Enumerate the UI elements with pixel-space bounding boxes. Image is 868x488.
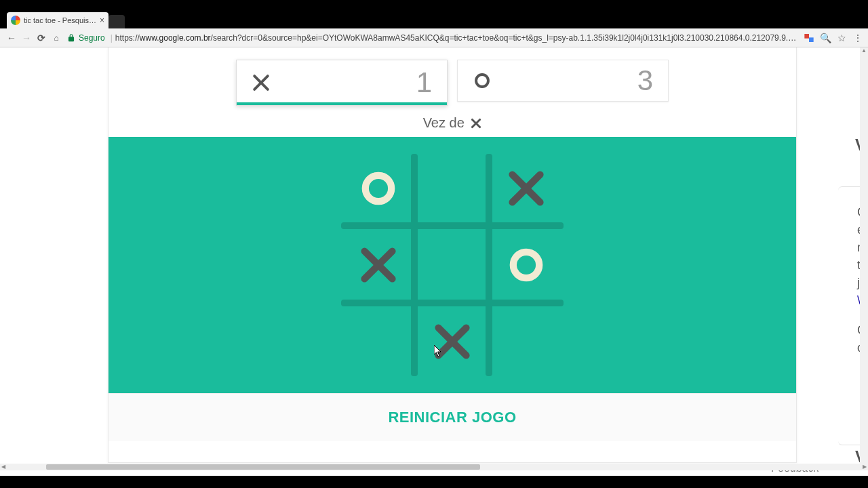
vertical-scrollbar[interactable]: ▲ ▼ — [860, 47, 868, 469]
window-bottom-bar — [0, 476, 868, 488]
cell-1-2[interactable] — [490, 226, 564, 303]
bookmark-star-icon[interactable]: ☆ — [835, 32, 848, 44]
cell-0-2[interactable] — [490, 150, 564, 226]
divider: | — [111, 33, 113, 43]
translate-icon[interactable] — [803, 32, 815, 44]
cell-0-0[interactable] — [341, 150, 415, 226]
svg-point-7 — [365, 175, 391, 201]
url-path: /search?dcr=0&source=hp&ei=OYtOWoKWA8amw… — [211, 33, 799, 43]
back-button[interactable]: ← — [4, 30, 19, 45]
scroll-up-icon[interactable]: ▲ — [860, 47, 868, 54]
cell-1-0[interactable] — [341, 226, 415, 303]
score-o-value: 3 — [637, 64, 653, 97]
turn-mark-icon — [471, 118, 481, 129]
window-top-bar: ▴ — [0, 0, 868, 12]
score-row: 1 3 — [108, 47, 796, 115]
x-mark-icon — [252, 73, 271, 92]
browser-tab-inactive[interactable] — [108, 15, 125, 28]
reload-button[interactable]: ⟳ — [34, 30, 49, 45]
tic-tac-toe-card: 1 3 Vez de — [108, 47, 797, 463]
horizontal-scrollbar[interactable]: ◀ ▶ — [0, 464, 868, 470]
google-favicon-icon — [11, 16, 20, 25]
restart-button[interactable]: REINICIAR JOGO — [388, 409, 516, 426]
score-box-x[interactable]: 1 — [236, 60, 448, 106]
scroll-left-icon[interactable]: ◀ — [0, 464, 7, 470]
lock-icon — [66, 33, 76, 43]
forward-button[interactable]: → — [19, 30, 34, 45]
svg-point-4 — [476, 75, 488, 87]
cell-2-1[interactable] — [415, 304, 489, 380]
svg-rect-0 — [804, 34, 809, 39]
cell-2-2[interactable] — [490, 304, 564, 380]
secure-label: Seguro — [79, 33, 105, 43]
restart-row: REINICIAR JOGO — [108, 393, 796, 441]
o-mark-icon — [473, 71, 492, 90]
cell-0-1[interactable] — [415, 150, 489, 226]
turn-indicator: Vez de — [108, 115, 796, 137]
game-grid — [341, 150, 564, 380]
turn-label: Vez de — [423, 115, 465, 130]
url-domain: www.google.com.br — [140, 33, 211, 43]
zoom-icon[interactable]: 🔍 — [819, 32, 831, 44]
svg-point-12 — [513, 252, 539, 278]
page-viewport: V Certj\ Cc V 1 3 Vez de — [0, 47, 868, 476]
tab-close-icon[interactable]: × — [100, 16, 104, 24]
svg-rect-1 — [809, 37, 814, 42]
browser-tab-strip: tic tac toe - Pesquisa Go × — [0, 12, 868, 28]
cell-1-1[interactable] — [415, 226, 489, 303]
score-box-o[interactable]: 3 — [457, 60, 669, 102]
cell-2-0[interactable] — [341, 304, 415, 380]
score-x-value: 1 — [416, 66, 432, 99]
browser-toolbar: ← → ⟳ ⌂ Seguro | https://www.google.com.… — [0, 28, 868, 47]
menu-kebab-icon[interactable]: ⋮ — [852, 32, 864, 44]
home-button[interactable]: ⌂ — [49, 30, 64, 45]
browser-tab-active[interactable]: tic tac toe - Pesquisa Go × — [7, 12, 108, 28]
scroll-right-icon[interactable]: ▶ — [861, 464, 868, 470]
tab-title: tic tac toe - Pesquisa Go — [24, 16, 100, 24]
scrollbar-thumb[interactable] — [46, 464, 480, 470]
address-bar[interactable]: https://www.google.com.br/search?dcr=0&s… — [115, 33, 799, 43]
url-scheme: https:// — [115, 33, 140, 43]
game-board-area — [108, 137, 796, 393]
